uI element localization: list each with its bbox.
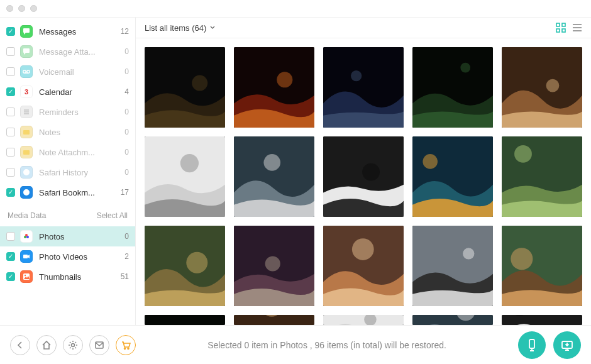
checkbox[interactable] xyxy=(6,47,15,56)
sidebar-item-note-attachm[interactable]: Note Attachm...0 xyxy=(0,142,135,162)
checkbox[interactable] xyxy=(6,188,15,197)
photo-thumbnail[interactable] xyxy=(412,226,493,306)
sidebar-item-label: Thumbnails xyxy=(39,272,118,282)
device-icon xyxy=(525,338,539,352)
photo-thumbnail[interactable] xyxy=(234,136,314,217)
media-section-label: Media Data xyxy=(8,211,46,220)
list-filter-dropdown[interactable]: List all items (64) xyxy=(145,23,215,33)
photo-thumbnail[interactable] xyxy=(145,226,225,306)
computer-download-icon xyxy=(560,338,574,352)
photo-grid xyxy=(145,47,582,325)
svg-point-48 xyxy=(352,238,374,260)
content-pane: List all items (64) xyxy=(136,18,591,325)
checkbox[interactable] xyxy=(6,252,15,261)
list-view-button[interactable] xyxy=(572,23,582,33)
svg-rect-13 xyxy=(23,255,28,258)
svg-rect-53 xyxy=(145,315,225,325)
notes-icon xyxy=(20,146,33,158)
photo-thumbnail[interactable] xyxy=(502,226,582,306)
minimize-window-button[interactable] xyxy=(18,5,25,12)
sidebar-item-photos[interactable]: Photos0 xyxy=(0,226,135,246)
sidebar-item-count: 0 xyxy=(118,108,129,116)
cart-icon xyxy=(121,340,131,350)
photo-thumbnail[interactable] xyxy=(412,315,493,325)
svg-rect-6 xyxy=(23,130,30,135)
sidebar-item-safari-history[interactable]: Safari History0 xyxy=(0,162,135,182)
checkbox[interactable] xyxy=(6,232,15,241)
settings-button[interactable] xyxy=(63,335,83,355)
footer-actions xyxy=(518,331,581,359)
checkbox[interactable] xyxy=(6,168,15,177)
sidebar-item-count: 0 xyxy=(118,128,129,136)
gear-icon xyxy=(68,340,78,350)
sidebar-item-photo-videos[interactable]: Photo Videos2 xyxy=(0,246,135,267)
checkbox[interactable] xyxy=(6,128,15,136)
sidebar-item-count: 0 xyxy=(118,168,129,177)
safari-icon xyxy=(20,186,33,199)
sidebar-item-count: 2 xyxy=(118,252,129,261)
sidebar-item-count: 0 xyxy=(118,148,129,157)
close-window-button[interactable] xyxy=(6,5,13,12)
sidebar: Messages12Message Atta...0Voicemail03Cal… xyxy=(0,18,136,325)
photo-thumbnail[interactable] xyxy=(145,315,225,325)
mail-button[interactable] xyxy=(89,335,109,355)
sidebar-item-count: 17 xyxy=(118,188,129,197)
sidebar-item-message-atta[interactable]: Message Atta...0 xyxy=(0,41,135,62)
sidebar-item-count: 0 xyxy=(118,47,129,56)
checkbox[interactable] xyxy=(6,27,15,36)
view-toggle xyxy=(556,23,582,33)
sidebar-item-safari-bookm[interactable]: Safari Bookm...17 xyxy=(0,182,135,202)
sidebar-item-label: Photo Videos xyxy=(39,252,118,262)
restore-to-computer-button[interactable] xyxy=(553,331,581,359)
checkbox[interactable] xyxy=(6,148,15,157)
svg-point-26 xyxy=(277,72,292,87)
checkbox[interactable] xyxy=(6,87,15,96)
sidebar-item-messages[interactable]: Messages12 xyxy=(0,21,135,41)
reminders-icon xyxy=(20,106,33,118)
checkbox[interactable] xyxy=(6,67,15,76)
category-list: Messages12Message Atta...0Voicemail03Cal… xyxy=(0,18,135,206)
checkbox[interactable] xyxy=(6,272,15,281)
sidebar-item-notes[interactable]: Notes0 xyxy=(0,122,135,142)
notes-icon xyxy=(20,126,33,138)
sidebar-item-voicemail[interactable]: Voicemail0 xyxy=(0,62,135,82)
photo-thumbnail[interactable] xyxy=(323,226,404,306)
photo-thumbnail[interactable] xyxy=(234,226,314,306)
photo-thumbnail[interactable] xyxy=(502,47,582,128)
sidebar-item-thumbnails[interactable]: Thumbnails51 xyxy=(0,267,135,287)
photo-thumbnail[interactable] xyxy=(234,315,314,325)
svg-point-15 xyxy=(25,275,26,276)
photo-thumbnail[interactable] xyxy=(145,136,225,217)
select-all-link[interactable]: Select All xyxy=(97,211,128,220)
sidebar-item-reminders[interactable]: Reminders0 xyxy=(0,102,135,122)
cart-button[interactable] xyxy=(116,335,136,355)
footer-status: Selected 0 item in Photos , 96 items (in… xyxy=(136,340,518,350)
checkbox[interactable] xyxy=(6,108,15,116)
svg-point-46 xyxy=(265,256,280,271)
svg-point-52 xyxy=(511,248,533,270)
photo-thumbnail[interactable] xyxy=(323,315,404,325)
svg-rect-7 xyxy=(23,150,30,155)
photo-thumbnail[interactable] xyxy=(502,136,582,217)
svg-rect-18 xyxy=(556,29,560,32)
svg-point-12 xyxy=(26,236,29,238)
svg-rect-59 xyxy=(412,315,493,325)
photo-thumbnail[interactable] xyxy=(323,136,404,217)
grid-wrap xyxy=(136,38,591,325)
photo-thumbnail[interactable] xyxy=(412,136,493,217)
photo-thumbnail[interactable] xyxy=(412,47,493,128)
sidebar-item-count: 4 xyxy=(118,87,129,96)
restore-to-device-button[interactable] xyxy=(518,331,546,359)
sidebar-item-label: Calendar xyxy=(39,87,118,97)
photo-thumbnail[interactable] xyxy=(234,47,314,128)
photo-thumbnail[interactable] xyxy=(323,47,404,128)
mail-icon xyxy=(94,340,104,350)
svg-point-40 xyxy=(423,154,438,169)
back-button[interactable] xyxy=(10,335,30,355)
home-button[interactable] xyxy=(36,335,57,355)
zoom-window-button[interactable] xyxy=(30,5,37,12)
sidebar-item-calendar[interactable]: 3Calendar4 xyxy=(0,82,135,102)
grid-view-button[interactable] xyxy=(556,23,566,33)
photo-thumbnail[interactable] xyxy=(145,47,225,128)
photo-thumbnail[interactable] xyxy=(502,315,582,325)
